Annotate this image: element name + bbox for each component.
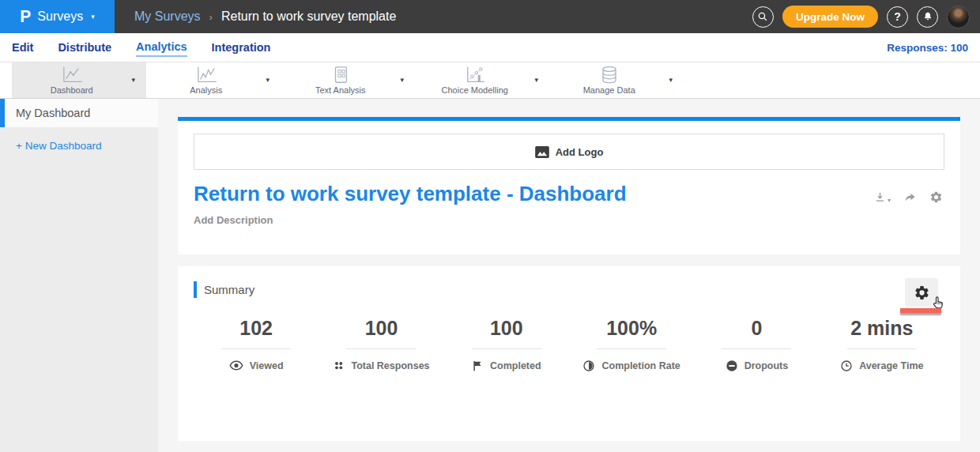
clock-icon — [840, 360, 853, 372]
divider — [597, 348, 666, 349]
question-mark-icon: ? — [894, 10, 901, 23]
breadcrumb-separator-icon: › — [209, 11, 213, 23]
toolbar-item-manage-data[interactable]: Manage Data ▾ — [549, 62, 684, 98]
text-analysis-icon — [331, 66, 350, 85]
divider — [346, 348, 416, 349]
toolbar-label: Analysis — [190, 85, 222, 95]
dots-grid-icon — [333, 360, 345, 371]
add-description-placeholder[interactable]: Add Description — [194, 214, 944, 226]
stat-value: 100 — [318, 317, 443, 340]
download-icon — [873, 190, 887, 204]
summary-settings-button[interactable] — [905, 278, 938, 307]
stat-completion-rate: 100% Completion Rate — [569, 317, 694, 372]
line-chart-icon — [60, 66, 84, 85]
stat-value: 100% — [569, 317, 694, 340]
add-logo-button[interactable]: Add Logo — [194, 134, 944, 170]
chevron-down-icon[interactable]: ▾ — [266, 77, 281, 84]
toolbar-item-analysis[interactable]: Analysis ▾ — [146, 62, 281, 98]
product-name: Surveys — [37, 9, 83, 24]
database-icon — [601, 66, 618, 85]
stat-label: Completion Rate — [601, 360, 680, 371]
stat-completed: 100 Completed — [444, 317, 569, 372]
help-button[interactable]: ? — [887, 6, 908, 28]
stat-value: 2 mins — [820, 317, 944, 340]
share-button[interactable] — [903, 190, 918, 204]
tab-edit[interactable]: Edit — [12, 39, 33, 56]
tab-analytics[interactable]: Analytics — [136, 38, 187, 57]
breadcrumb-my-surveys[interactable]: My Surveys — [134, 9, 201, 24]
upgrade-now-button[interactable]: Upgrade Now — [782, 6, 878, 28]
stat-value: 100 — [444, 317, 569, 340]
stat-value: 0 — [694, 317, 819, 340]
notifications-button[interactable] — [917, 6, 938, 28]
flag-icon — [472, 360, 484, 372]
chevron-down-icon[interactable]: ▾ — [400, 77, 415, 84]
analytics-toolbar: Dashboard ▾ Analysis ▾ Text Analysis ▾ C… — [0, 62, 980, 99]
gear-icon — [929, 190, 943, 204]
sidebar-item-my-dashboard[interactable]: My Dashboard — [0, 99, 158, 127]
search-icon — [757, 11, 768, 22]
stat-value: 102 — [194, 317, 318, 340]
stat-average-time: 2 mins Average Time — [820, 317, 944, 372]
toolbar-label: Manage Data — [583, 85, 635, 95]
annotation-underline — [900, 308, 941, 313]
user-avatar[interactable] — [947, 6, 970, 28]
stat-viewed: 102 Viewed — [194, 317, 318, 372]
divider — [221, 348, 291, 349]
chevron-down-icon[interactable]: ▾ — [669, 77, 684, 84]
toolbar-item-dashboard[interactable]: Dashboard ▾ — [12, 62, 146, 98]
toolbar-label: Text Analysis — [315, 85, 366, 95]
summary-heading: Summary — [204, 283, 254, 296]
accent-bar — [194, 281, 197, 298]
chevron-down-icon[interactable]: ▾ — [534, 77, 549, 84]
topbar-actions: Upgrade Now ? — [752, 6, 980, 28]
gear-icon — [914, 284, 930, 301]
stat-label: Total Responses — [351, 360, 429, 371]
dashboard-main: Add Logo Return to work survey template … — [158, 99, 980, 452]
summary-stats: 102 Viewed 100 Total Responses — [194, 317, 944, 372]
topbar: P Surveys ▾ My Surveys › Return to work … — [0, 0, 980, 33]
divider — [722, 348, 791, 349]
dashboard-actions: ▾ — [873, 190, 943, 204]
search-button[interactable] — [752, 6, 774, 28]
line-chart-icon — [194, 66, 218, 85]
eye-icon — [229, 360, 243, 371]
questionpro-logo: P — [20, 6, 31, 26]
add-logo-label: Add Logo — [556, 146, 604, 158]
toolbar-item-text-analysis[interactable]: Text Analysis ▾ — [281, 62, 415, 98]
summary-header: Summary — [194, 281, 944, 298]
product-switcher[interactable]: P Surveys ▾ — [0, 0, 115, 33]
share-icon — [903, 190, 918, 204]
settings-button[interactable] — [929, 190, 943, 204]
dashboard-sidebar: My Dashboard + New Dashboard — [0, 99, 158, 452]
chevron-down-icon: ▾ — [91, 13, 95, 21]
divider — [847, 348, 917, 349]
stat-label: Average Time — [859, 360, 923, 371]
chevron-down-icon[interactable]: ▾ — [131, 77, 146, 84]
scatter-chart-icon — [464, 66, 486, 85]
stat-label: Dropouts — [744, 360, 789, 371]
toolbar-label: Dashboard — [51, 85, 93, 95]
responses-count[interactable]: Responses: 100 — [887, 42, 968, 54]
divider — [472, 348, 541, 349]
dashboard-header-card: Add Logo Return to work survey template … — [178, 117, 960, 254]
summary-card: Summary 102 Viewed 10 — [178, 266, 960, 441]
toolbar-label: Choice Modelling — [442, 85, 508, 95]
image-icon — [535, 146, 549, 158]
tab-integration[interactable]: Integration — [212, 39, 271, 56]
stat-total-responses: 100 Total Responses — [318, 317, 443, 372]
dashboard-title[interactable]: Return to work survey template - Dashboa… — [194, 182, 944, 206]
bell-icon — [922, 11, 933, 22]
contrast-icon — [582, 360, 595, 372]
download-button[interactable]: ▾ — [873, 190, 891, 204]
breadcrumb: My Surveys › Return to work survey templ… — [134, 9, 396, 24]
chevron-down-icon: ▾ — [888, 198, 891, 204]
stat-dropouts: 0 Dropouts — [694, 317, 819, 372]
survey-nav: Edit Distribute Analytics Integration Re… — [0, 33, 980, 62]
new-dashboard-button[interactable]: + New Dashboard — [0, 127, 158, 164]
minus-circle-icon — [726, 360, 738, 372]
content-area: My Dashboard + New Dashboard Add Logo Re… — [0, 99, 980, 452]
tab-distribute[interactable]: Distribute — [58, 39, 111, 56]
toolbar-item-choice-modelling[interactable]: Choice Modelling ▾ — [415, 62, 549, 98]
breadcrumb-current: Return to work survey template — [221, 9, 396, 24]
